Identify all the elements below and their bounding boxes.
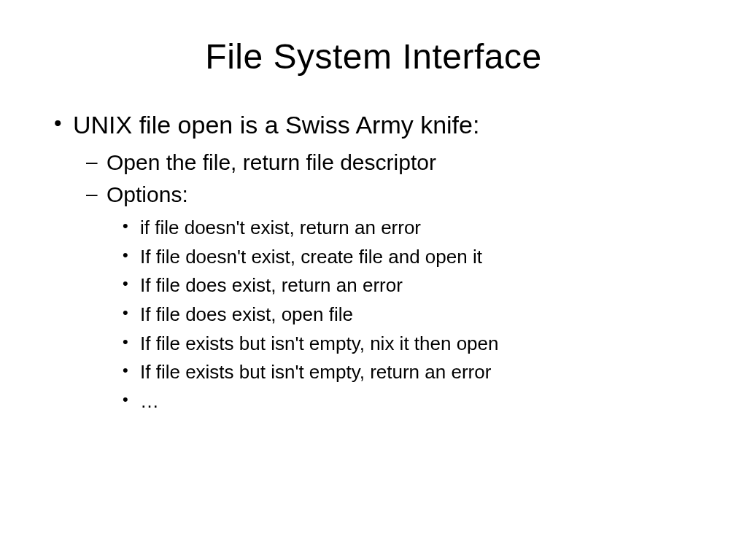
bullet-list-level1: UNIX file open is a Swiss Army knife: Op… [51,109,696,416]
bullet-list-level3: if file doesn't exist, return an error I… [107,214,696,416]
bullet-text: If file exists but isn't empty, return a… [140,361,491,383]
bullet-text: UNIX file open is a Swiss Army knife: [73,111,479,139]
bullet-text: If file does exist, return an error [140,274,403,296]
list-item: Options: if file doesn't exist, return a… [107,180,696,415]
list-item: If file does exist, return an error [140,272,696,300]
bullet-text: … [140,390,159,412]
bullet-text: Open the file, return file descriptor [107,150,436,174]
bullet-text: Options: [107,182,188,206]
list-item: if file doesn't exist, return an error [140,214,696,242]
list-item: If file exists but isn't empty, nix it t… [140,330,696,358]
list-item: … [140,388,696,416]
slide-title: File System Interface [51,36,696,77]
list-item: If file doesn't exist, create file and o… [140,244,696,271]
bullet-text: If file does exist, open file [140,303,353,325]
list-item: If file exists but isn't empty, return a… [140,359,696,386]
list-item: If file does exist, open file [140,301,696,329]
bullet-text: If file exists but isn't empty, nix it t… [140,332,499,354]
bullet-text: If file doesn't exist, create file and o… [140,246,482,268]
bullet-text: if file doesn't exist, return an error [140,217,421,238]
list-item: UNIX file open is a Swiss Army knife: Op… [73,109,696,416]
list-item: Open the file, return file descriptor [107,148,696,178]
bullet-list-level2: Open the file, return file descriptor Op… [73,148,696,416]
